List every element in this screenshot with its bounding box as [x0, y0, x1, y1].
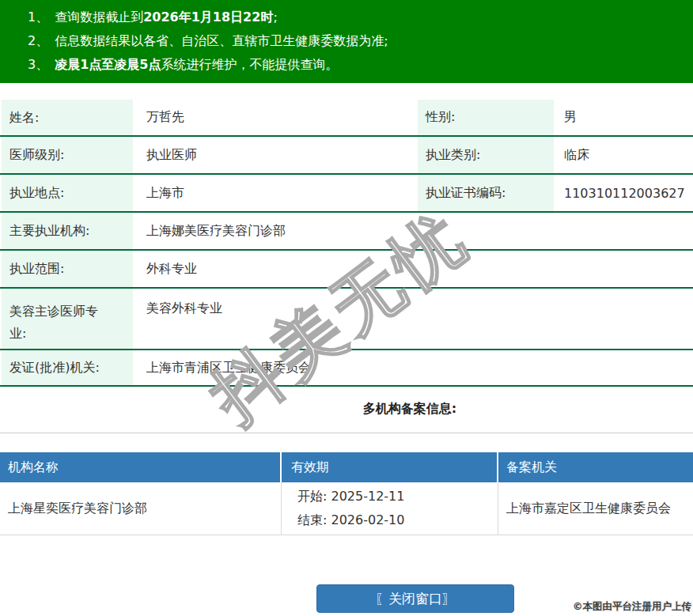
issuing-authority-value: 上海市青浦区卫生健康委员会	[133, 350, 693, 385]
info-row-name-gender: 姓名: 万哲先 性别: 男	[0, 100, 693, 137]
doctor-level-label: 医师级别:	[2, 137, 133, 173]
certificate-number-value: 110310112003627	[554, 175, 693, 211]
notice-banner: 1、查询数据截止到2026年1月18日22时; 2、信息数据结果以各省、自治区、…	[0, 0, 693, 83]
issuing-authority-label: 发证(批准)机关:	[2, 350, 133, 385]
notice-text: 系统进行维护，不能提供查询。	[161, 57, 338, 72]
notice-text: 信息数据结果以各省、自治区、直辖市卫生健康委数据为准;	[55, 33, 388, 48]
section-divider	[0, 433, 693, 433]
gender-value: 男	[554, 100, 693, 135]
main-institution-value: 上海娜美医疗美容门诊部	[133, 213, 693, 249]
notice-line-1: 1、查询数据截止到2026年1月18日22时;	[0, 6, 693, 29]
record-org-name: 上海星奕医疗美容门诊部	[0, 482, 282, 535]
practice-scope-value: 外科专业	[133, 251, 693, 287]
cosmetic-specialty-label: 美容主诊医师专业:	[2, 289, 133, 349]
doctor-level-value: 执业医师	[133, 137, 418, 173]
records-table: 机构名称 有效期 备案机关 上海星奕医疗美容门诊部 开始: 2025-12-11…	[0, 452, 693, 535]
practice-location-label: 执业地点:	[2, 175, 133, 211]
copyright-notice: ©本图由平台注册用户上传	[573, 600, 691, 614]
notice-line-number: 3、	[28, 57, 48, 72]
info-row-level-category: 医师级别: 执业医师 执业类别: 临床	[0, 137, 693, 175]
gender-label: 性别:	[418, 100, 554, 135]
notice-line-2: 2、信息数据结果以各省、自治区、直辖市卫生健康委数据为准;	[0, 29, 693, 53]
column-header-org-name: 机构名称	[0, 452, 282, 482]
record-validity: 开始: 2025-12-11 结束: 2026-02-10	[282, 482, 498, 535]
practice-category-label: 执业类别:	[418, 137, 554, 173]
certificate-number-label: 执业证书编码:	[418, 175, 554, 211]
info-row-location-certificate: 执业地点: 上海市 执业证书编码: 110310112003627	[0, 175, 693, 213]
record-authority: 上海市嘉定区卫生健康委员会	[498, 482, 693, 535]
practice-location-value: 上海市	[133, 175, 418, 211]
info-row-practice-scope: 执业范围: 外科专业	[0, 251, 693, 289]
notice-text-bold: 凌晨1点至凌晨5点	[55, 57, 161, 72]
info-row-main-institution: 主要执业机构: 上海娜美医疗美容门诊部	[0, 213, 693, 251]
records-section-title: 多机构备案信息:	[0, 399, 693, 418]
validity-start: 开始: 2025-12-11	[297, 485, 404, 508]
info-row-issuing-authority: 发证(批准)机关: 上海市青浦区卫生健康委员会	[0, 350, 693, 387]
notice-line-number: 2、	[28, 33, 48, 48]
practitioner-info-table: 姓名: 万哲先 性别: 男 医师级别: 执业医师 执业类别: 临床 执业地点: …	[0, 100, 693, 387]
cosmetic-specialty-value: 美容外科专业	[133, 289, 693, 349]
validity-end: 结束: 2026-02-10	[297, 508, 404, 532]
notice-line-number: 1、	[28, 9, 48, 25]
notice-text: ;	[273, 9, 277, 25]
query-result-page: 1、查询数据截止到2026年1月18日22时; 2、信息数据结果以各省、自治区、…	[0, 0, 693, 616]
column-header-validity: 有效期	[282, 452, 498, 482]
notice-text-bold: 2026年1月18日22时	[143, 9, 273, 25]
notice-line-3: 3、凌晨1点至凌晨5点系统进行维护，不能提供查询。	[0, 53, 693, 77]
close-window-button[interactable]: 〖关闭窗口〗	[316, 584, 514, 613]
practice-category-value: 临床	[554, 137, 693, 173]
records-table-header: 机构名称 有效期 备案机关	[0, 452, 693, 482]
main-institution-label: 主要执业机构:	[2, 213, 133, 249]
name-value: 万哲先	[133, 100, 418, 135]
notice-text: 查询数据截止到	[55, 9, 143, 25]
name-label: 姓名:	[2, 100, 133, 135]
record-row: 上海星奕医疗美容门诊部 开始: 2025-12-11 结束: 2026-02-1…	[0, 482, 693, 535]
practice-scope-label: 执业范围:	[2, 251, 133, 287]
column-header-authority: 备案机关	[498, 452, 693, 482]
info-row-cosmetic-specialty: 美容主诊医师专业: 美容外科专业	[0, 289, 693, 350]
